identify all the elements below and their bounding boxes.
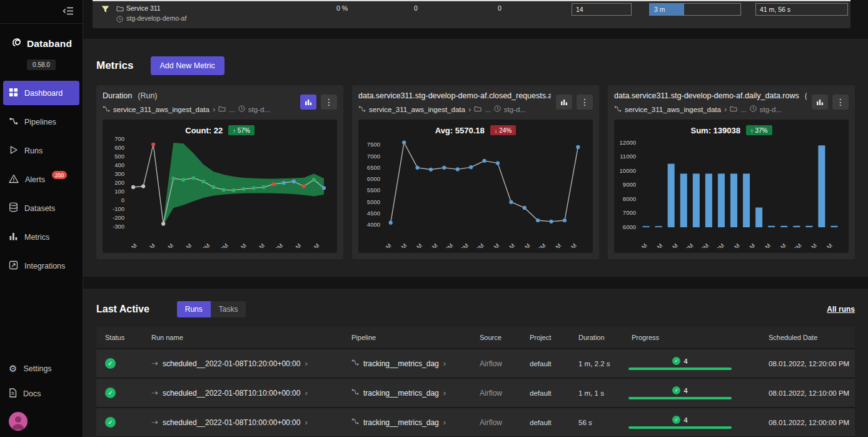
sidebar-item-docs[interactable]: Docs (3, 381, 79, 406)
pipeline-name-link[interactable]: tracking__metrics_dag (363, 359, 439, 368)
sidebar-item-runs[interactable]: Runs (3, 138, 79, 163)
svg-text:1AM: 1AM (518, 242, 532, 248)
svg-text:5000: 5000 (367, 198, 380, 205)
chevron-right-icon (468, 105, 471, 114)
breadcrumb-pipeline[interactable]: service_311_aws_ingest_data (625, 106, 721, 113)
chart-stat: Sum: 139038 (690, 126, 740, 135)
metric-cell-value: 14 (576, 6, 583, 13)
svg-text:1AM: 1AM (650, 242, 664, 248)
svg-text:9000: 9000 (623, 181, 636, 188)
kebab-menu-button[interactable] (321, 95, 337, 110)
breadcrumb-pipeline[interactable]: service_311_aws_ingest_data (369, 106, 465, 113)
svg-text:1AM: 1AM (503, 242, 517, 248)
run-name-link[interactable]: scheduled__2022-01-08T10:20:00+00:00 (163, 359, 301, 368)
chart-stat: Count: 22 (185, 126, 223, 135)
sidebar: Databand 0.58.0 Dashboard Pipelines Runs… (0, 0, 83, 437)
sidebar-top-bar (0, 0, 83, 24)
breadcrumb-folder[interactable]: ... (485, 106, 491, 113)
kebab-menu-button[interactable] (577, 95, 593, 110)
svg-text:1AM: 1AM (774, 242, 787, 248)
all-runs-link[interactable]: All runs (827, 305, 855, 314)
sidebar-item-dashboard[interactable]: Dashboard (3, 81, 79, 105)
kebab-menu-button[interactable] (832, 95, 849, 110)
svg-text:12000: 12000 (620, 139, 636, 146)
sidebar-item-settings[interactable]: Settings (3, 356, 79, 381)
chart-view-button[interactable] (812, 95, 828, 110)
filter-funnel-icon[interactable] (101, 6, 109, 14)
sidebar-item-integrations[interactable]: Integrations (3, 254, 79, 278)
svg-text:4000: 4000 (367, 221, 380, 228)
progress-cell: 4 (628, 416, 732, 429)
svg-text:1AM: 1AM (395, 242, 408, 248)
main-content: Service 311 stg-develop-demo-af 0 % 0 0 … (83, 0, 868, 437)
last-active-section: Last Active Runs Tasks All runs Status R… (83, 289, 868, 437)
run-name-link[interactable]: scheduled__2022-01-08T10:10:00+00:00 (163, 389, 301, 398)
sidebar-item-label: Pipelines (24, 118, 56, 126)
clock-icon (494, 105, 501, 113)
svg-text:1AM: 1AM (666, 242, 680, 248)
kebab-icon (325, 97, 333, 107)
pipeline-name-link[interactable]: tracking__metrics_dag (363, 418, 439, 427)
source-cell: Airflow (480, 389, 530, 398)
svg-text:-100: -100 (113, 205, 124, 212)
pipeline-icon (351, 359, 359, 368)
clock-icon (750, 105, 757, 113)
scheduled-date-cell: 08.01.2022, 12:10:00 PM (754, 389, 855, 397)
svg-text:7000: 7000 (367, 153, 380, 160)
status-success-icon (105, 358, 116, 369)
tab-tasks[interactable]: Tasks (211, 301, 246, 317)
sidebar-item-label: Docs (23, 389, 41, 398)
svg-text:6PM: 6PM (457, 242, 470, 248)
runs-icon (9, 145, 18, 157)
chart-view-button[interactable] (556, 95, 572, 110)
tab-runs[interactable]: Runs (177, 301, 211, 317)
chart-stat: Avg: 5570.18 (435, 126, 485, 135)
svg-text:11AM: 11AM (159, 242, 175, 248)
breadcrumb-env[interactable]: stg-d... (504, 106, 526, 113)
pipeline-icon (351, 418, 359, 427)
collapse-sidebar-icon[interactable] (63, 6, 74, 18)
breadcrumb-folder[interactable]: ... (740, 106, 747, 113)
integrations-icon (9, 260, 18, 272)
sidebar-item-alerts[interactable]: Alerts 250 (3, 167, 79, 192)
breadcrumb-pipeline[interactable]: service_311_aws_ingest_data (113, 106, 209, 113)
sidebar-item-datasets[interactable]: Datasets (3, 196, 79, 220)
progress-count: 4 (684, 416, 687, 424)
add-new-metric-button[interactable]: Add New Metric (151, 56, 225, 75)
run-name-link[interactable]: scheduled__2022-01-08T10:00:00+00:00 (163, 418, 301, 427)
line-chart: 7006005004003002001000-100-200-3001AM1AM… (103, 135, 337, 248)
svg-text:0: 0 (121, 197, 124, 203)
dashboard-icon (9, 88, 18, 99)
pipeline-service-name[interactable]: Service 311 (126, 4, 161, 12)
sidebar-item-pipelines[interactable]: Pipelines (3, 110, 79, 134)
svg-text:1AM: 1AM (179, 242, 193, 248)
progress-bar (628, 426, 732, 429)
progress-cell: 4 (628, 357, 732, 370)
line-chart: 750070006500600055005000450040008AM1AM1A… (358, 135, 593, 248)
col-source: Source (480, 334, 530, 341)
svg-text:6000: 6000 (623, 224, 636, 230)
pipeline-name-link[interactable]: tracking__metrics_dag (363, 389, 439, 398)
sidebar-item-label: Datasets (24, 204, 55, 213)
chevron-right-icon (443, 359, 446, 368)
metric-title: data.service311.stg-develop-demo-af.dail… (614, 91, 799, 100)
sidebar-item-label: Runs (24, 147, 43, 155)
svg-text:-200: -200 (113, 214, 124, 221)
svg-text:1AM: 1AM (759, 242, 772, 248)
breadcrumb-folder[interactable]: ... (229, 106, 235, 113)
svg-text:4500: 4500 (367, 210, 380, 217)
sidebar-item-metrics[interactable]: Metrics (3, 225, 79, 249)
svg-text:600: 600 (114, 144, 124, 151)
breadcrumb-env[interactable]: stg-d... (760, 106, 782, 113)
gear-icon (9, 364, 17, 374)
metric-cell-value: 41 m, 56 s (760, 6, 790, 13)
pipelines-table-row-partial: Service 311 stg-develop-demo-af 0 % 0 0 … (93, 0, 850, 28)
success-count-icon (672, 416, 680, 424)
chart-view-button[interactable] (300, 95, 316, 110)
stat-value: 0 (498, 4, 502, 12)
progress-count: 4 (684, 387, 687, 394)
user-avatar[interactable] (9, 412, 28, 431)
svg-text:700: 700 (114, 135, 124, 142)
breadcrumb-env[interactable]: stg-d... (248, 106, 270, 113)
svg-text:7000: 7000 (623, 209, 636, 216)
